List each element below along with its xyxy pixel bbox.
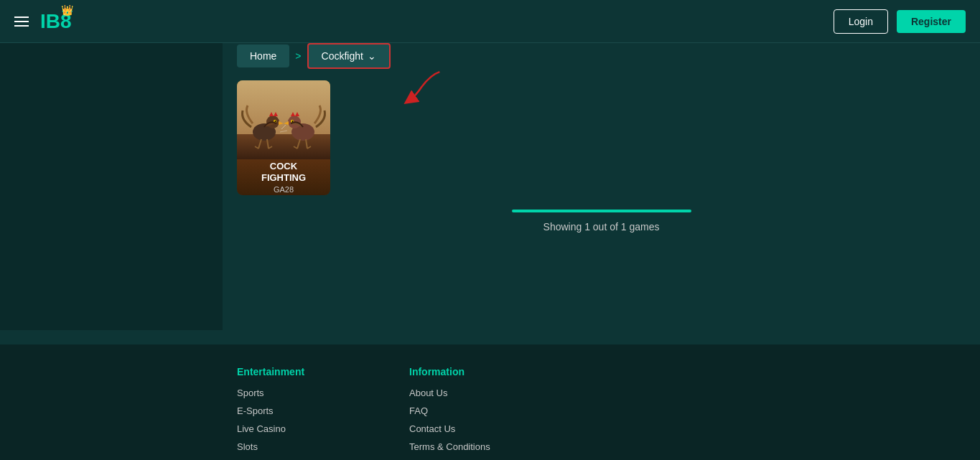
register-button[interactable]: Register bbox=[897, 10, 966, 33]
page-layout: Home > Cockfight ⌄ bbox=[0, 43, 980, 330]
svg-rect-2 bbox=[237, 134, 330, 159]
footer-link-contactus[interactable]: Contact Us bbox=[409, 423, 553, 434]
game-card-info: COCKFIGHTING GA28 bbox=[237, 159, 330, 195]
game-card-title: COCKFIGHTING bbox=[261, 161, 306, 183]
header-right: Login Register bbox=[834, 9, 966, 34]
breadcrumb-cockfight[interactable]: Cockfight ⌄ bbox=[307, 43, 391, 69]
footer-link-aboutus[interactable]: About Us bbox=[409, 388, 553, 398]
footer-entertainment: Entertainment Sports E-Sports Live Casin… bbox=[237, 366, 381, 460]
cockfight-illustration bbox=[237, 80, 330, 159]
breadcrumb-home[interactable]: Home bbox=[237, 44, 289, 67]
header: IB8 👑 Login Register bbox=[0, 0, 980, 43]
logo[interactable]: IB8 👑 bbox=[40, 10, 72, 33]
svg-point-8 bbox=[275, 121, 276, 122]
game-card-image bbox=[237, 80, 330, 159]
breadcrumb-separator: > bbox=[295, 50, 301, 62]
information-heading: Information bbox=[409, 366, 553, 377]
footer-link-faq[interactable]: FAQ bbox=[409, 405, 553, 416]
hamburger-menu[interactable] bbox=[14, 17, 29, 27]
content-area: Home > Cockfight ⌄ bbox=[223, 43, 980, 330]
svg-point-18 bbox=[292, 121, 294, 122]
footer-link-livecasino[interactable]: Live Casino bbox=[237, 423, 381, 434]
games-grid: COCKFIGHTING GA28 bbox=[237, 80, 966, 195]
entertainment-heading: Entertainment bbox=[237, 366, 381, 377]
chevron-down-icon: ⌄ bbox=[368, 50, 376, 62]
footer-link-slots[interactable]: Slots bbox=[237, 441, 381, 452]
footer-inner: Entertainment Sports E-Sports Live Casin… bbox=[14, 366, 966, 460]
login-button[interactable]: Login bbox=[834, 9, 888, 34]
header-left: IB8 👑 bbox=[14, 10, 72, 33]
annotation-wrapper: Cockfight ⌄ bbox=[307, 43, 391, 69]
footer-link-sports[interactable]: Sports bbox=[237, 388, 381, 398]
breadcrumb: Home > Cockfight ⌄ bbox=[237, 43, 966, 69]
progress-bar bbox=[512, 210, 691, 212]
showing-text: Showing 1 out of 1 games bbox=[422, 221, 781, 233]
game-card[interactable]: COCKFIGHTING GA28 bbox=[237, 80, 330, 195]
cockfight-label: Cockfight bbox=[322, 50, 363, 62]
footer-information: Information About Us FAQ Contact Us Term… bbox=[409, 366, 553, 460]
crown-icon: 👑 bbox=[61, 4, 73, 16]
game-card-subtitle: GA28 bbox=[274, 185, 294, 194]
footer-link-esports[interactable]: E-Sports bbox=[237, 405, 381, 416]
progress-container: Showing 1 out of 1 games bbox=[422, 210, 781, 233]
annotation-arrow bbox=[383, 69, 448, 105]
footer: Entertainment Sports E-Sports Live Casin… bbox=[0, 344, 980, 460]
left-sidebar bbox=[0, 43, 223, 330]
footer-link-terms[interactable]: Terms & Conditions bbox=[409, 441, 553, 452]
